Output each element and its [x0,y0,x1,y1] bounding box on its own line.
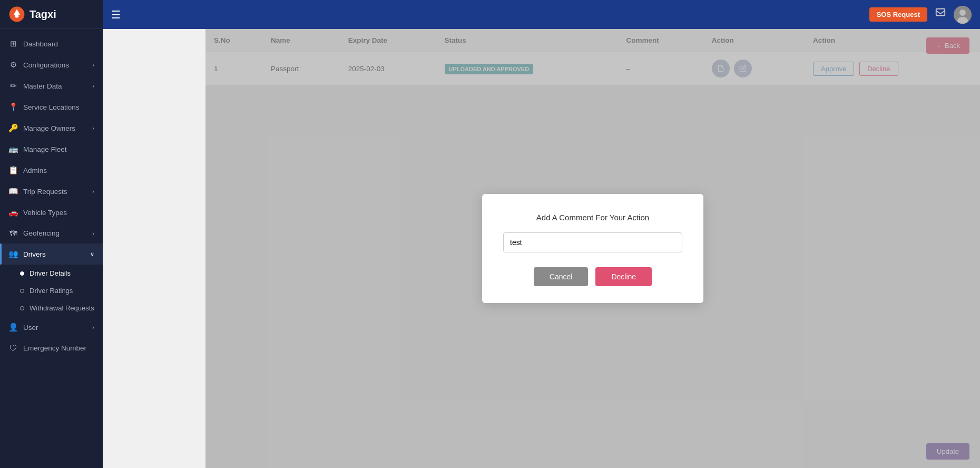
sidebar-item-geofencing[interactable]: 🗺 Geofencing › [0,223,103,243]
location-icon: 📍 [8,102,18,112]
sidebar-logo: Tagxi [0,0,103,29]
sidebar: Tagxi ⊞ Dashboard ⚙ Configurations › ✏ M… [0,0,103,468]
sub-dot-icon [20,306,24,310]
svg-point-5 [959,9,966,16]
sub-item-label: Withdrawal Requests [30,304,94,312]
sub-dot-icon [20,271,24,276]
comment-input[interactable] [503,232,682,252]
sidebar-item-user[interactable]: 👤 User › [0,317,103,338]
sidebar-item-label: Admins [23,167,47,174]
sub-item-label: Driver Details [30,269,71,277]
chevron-right-icon: › [92,62,94,68]
sidebar-item-emergency-number[interactable]: 🛡 Emergency Number [0,338,103,358]
chevron-right-icon: › [92,230,94,237]
sidebar-item-manage-fleet[interactable]: 🚌 Manage Fleet [0,139,103,160]
sidebar-item-trip-requests[interactable]: 📖 Trip Requests › [0,181,103,202]
trip-icon: 📖 [8,187,18,196]
fleet-icon: 🚌 [8,144,18,154]
sidebar-item-dashboard[interactable]: ⊞ Dashboard [0,33,103,54]
main-content: ← Back S.No Name Expiry Date Status Comm… [205,29,980,468]
dashboard-icon: ⊞ [8,39,18,48]
sidebar-nav: ⊞ Dashboard ⚙ Configurations › ✏ Master … [0,29,103,468]
sidebar-item-label: User [23,324,38,331]
active-indicator [0,243,2,265]
sidebar-item-label: Manage Owners [23,124,75,132]
sidebar-item-service-locations[interactable]: 📍 Service Locations [0,96,103,118]
configurations-icon: ⚙ [8,60,18,70]
svg-rect-2 [15,15,18,18]
admins-icon: 📋 [8,165,18,175]
owners-icon: 🔑 [8,123,18,133]
sidebar-sub-withdrawal-requests[interactable]: Withdrawal Requests [0,299,103,317]
geofencing-icon: 🗺 [8,229,18,238]
app-logo-icon [8,6,25,23]
sidebar-item-admins[interactable]: 📋 Admins [0,160,103,181]
modal-actions: Cancel Decline [503,267,682,286]
topbar-right: SOS Request [869,6,972,24]
sidebar-item-label: Vehicle Types [23,209,67,217]
sidebar-item-label: Manage Fleet [23,145,67,153]
sidebar-item-label: Drivers [23,250,46,258]
topbar: ☰ SOS Request [103,0,980,29]
sidebar-item-label: Geofencing [23,229,60,237]
user-avatar[interactable] [954,6,972,24]
emergency-icon: 🛡 [8,344,18,353]
sidebar-sub-driver-ratings[interactable]: Driver Ratings [0,282,103,299]
modal-cancel-button[interactable]: Cancel [534,267,589,286]
sidebar-item-label: Trip Requests [23,188,67,196]
sub-item-label: Driver Ratings [30,287,73,295]
menu-icon[interactable]: ☰ [111,8,121,21]
sidebar-item-configurations[interactable]: ⚙ Configurations › [0,54,103,75]
modal-decline-button[interactable]: Decline [595,267,652,286]
sidebar-item-label: Dashboard [23,40,58,48]
sidebar-item-manage-owners[interactable]: 🔑 Manage Owners › [0,118,103,139]
sos-request-button[interactable]: SOS Request [869,7,927,22]
user-icon: 👤 [8,323,18,332]
master-data-icon: ✏ [8,81,18,91]
sidebar-item-label: Master Data [23,82,62,90]
sub-dot-icon [20,289,24,293]
chevron-right-icon: › [92,125,94,131]
sidebar-sub-driver-details[interactable]: Driver Details [0,265,103,282]
sidebar-item-drivers[interactable]: 👥 Drivers ∨ [0,243,103,265]
sidebar-item-master-data[interactable]: ✏ Master Data › [0,75,103,96]
modal-title: Add A Comment For Your Action [503,213,682,222]
sidebar-item-label: Service Locations [23,103,80,111]
chevron-right-icon: › [92,83,94,89]
drivers-icon: 👥 [8,249,18,259]
modal-overlay: Add A Comment For Your Action Cancel Dec… [205,29,980,468]
notifications-icon[interactable] [935,7,946,22]
decline-comment-modal: Add A Comment For Your Action Cancel Dec… [482,194,703,303]
chevron-right-icon: › [92,324,94,330]
sidebar-item-vehicle-types[interactable]: 🚗 Vehicle Types [0,202,103,223]
chevron-right-icon: › [92,188,94,194]
vehicle-icon: 🚗 [8,208,18,217]
sidebar-item-label: Emergency Number [23,344,86,352]
sidebar-item-label: Configurations [23,61,69,69]
chevron-down-icon: ∨ [90,251,94,258]
app-name: Tagxi [30,8,56,21]
